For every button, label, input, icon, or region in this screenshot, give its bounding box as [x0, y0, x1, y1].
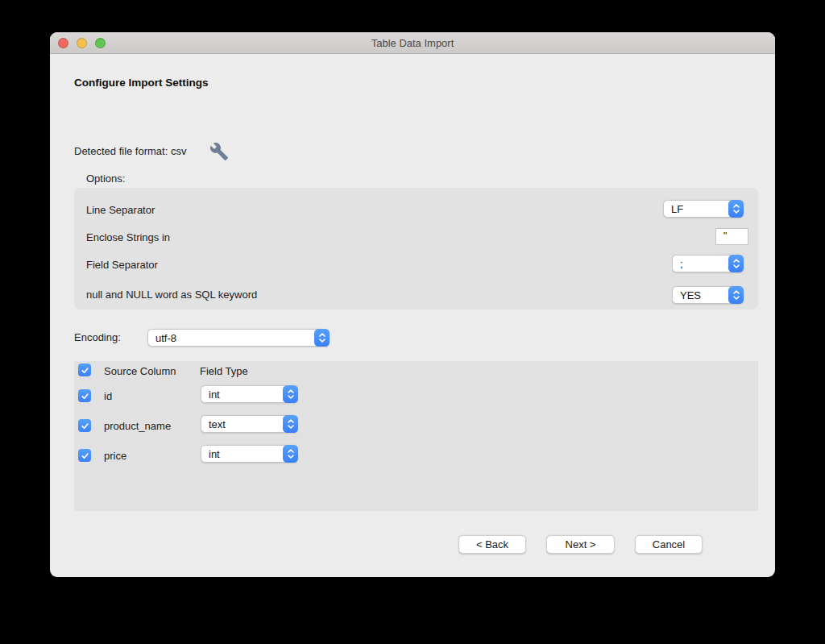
field-separator-select[interactable]: ; [672, 255, 744, 272]
field-type-select-id[interactable]: int [201, 385, 298, 403]
field-separator-label: Field Separator [86, 259, 158, 271]
field-type-header: Field Type [200, 365, 248, 377]
page-title: Configure Import Settings [74, 77, 209, 89]
column-name-id: id [104, 390, 112, 402]
chevron-updown-icon [283, 385, 298, 403]
table-data-import-window: Table Data Import Configure Import Setti… [50, 32, 775, 577]
back-button[interactable]: < Back [458, 535, 526, 554]
source-column-header: Source Column [104, 365, 176, 377]
options-group-label: Options: [86, 172, 125, 185]
row-checkbox-price[interactable] [78, 449, 91, 462]
chevron-updown-icon [728, 255, 744, 272]
chevron-updown-icon [283, 445, 298, 463]
enclose-strings-label: Enclose Strings in [86, 231, 170, 243]
field-type-select-product-name[interactable]: text [201, 415, 298, 433]
wrench-icon[interactable] [209, 142, 229, 161]
column-name-product-name: product_name [104, 420, 171, 432]
encoding-select[interactable]: utf-8 [147, 329, 330, 347]
column-name-price: price [104, 450, 126, 462]
columns-table: Source Column Field Type id int product_… [74, 361, 758, 511]
null-keyword-label: null and NULL word as SQL keyword [86, 289, 257, 301]
next-button[interactable]: Next > [546, 535, 615, 554]
row-checkbox-id[interactable] [78, 389, 91, 402]
field-type-select-price[interactable]: int [201, 445, 298, 463]
row-checkbox-product-name[interactable] [78, 419, 91, 432]
chevron-updown-icon [728, 286, 744, 304]
titlebar[interactable]: Table Data Import [50, 32, 775, 54]
line-separator-label: Line Separator [86, 204, 155, 216]
detected-file-format-label: Detected file format: csv [74, 145, 186, 157]
encoding-label: Encoding: [74, 331, 121, 343]
window-title: Table Data Import [50, 37, 775, 49]
chevron-updown-icon [314, 329, 330, 347]
chevron-updown-icon [283, 415, 298, 433]
cancel-button[interactable]: Cancel [635, 535, 703, 554]
enclose-strings-input[interactable] [715, 228, 748, 245]
select-all-checkbox[interactable] [78, 364, 91, 376]
options-group-box: Line Separator LF Enclose Strings in Fie… [74, 188, 758, 310]
line-separator-select[interactable]: LF [663, 200, 744, 218]
null-keyword-select[interactable]: YES [672, 286, 744, 304]
chevron-updown-icon [728, 200, 744, 218]
